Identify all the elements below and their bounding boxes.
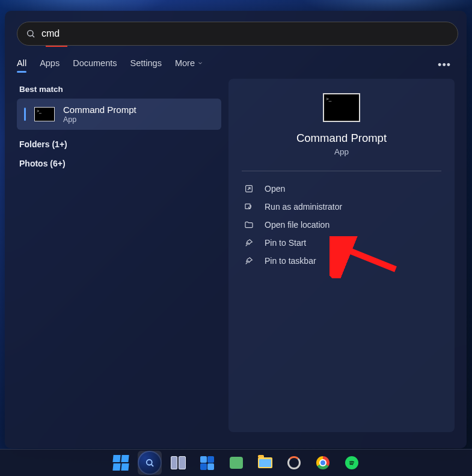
filter-tabs: All Apps Documents Settings More •••: [17, 58, 455, 73]
widgets-icon: [200, 456, 215, 470]
open-icon: [244, 184, 254, 194]
search-underline-annotation: [46, 46, 67, 47]
cmd-icon: >_: [34, 107, 55, 121]
task-view-button[interactable]: [167, 451, 191, 475]
pin-icon: [244, 256, 254, 266]
taskbar: [0, 449, 472, 476]
search-icon: [138, 451, 162, 475]
tab-documents[interactable]: Documents: [73, 58, 117, 73]
windows-logo-icon: [113, 455, 129, 471]
chrome-button[interactable]: [311, 451, 335, 475]
action-label: Open: [265, 184, 285, 194]
result-subtitle: App: [63, 115, 136, 124]
action-pin-to-taskbar[interactable]: Pin to taskbar: [242, 252, 441, 270]
result-command-prompt[interactable]: >_ Command Prompt App: [17, 99, 221, 130]
folder-icon: [258, 457, 272, 468]
action-label: Open file location: [265, 220, 329, 230]
pin-icon: [244, 238, 254, 248]
taskbar-search-button[interactable]: [138, 451, 162, 475]
spotify-button[interactable]: [340, 451, 364, 475]
action-open[interactable]: Open: [242, 180, 441, 198]
action-label: Pin to taskbar: [265, 256, 316, 266]
divider: [242, 171, 441, 171]
svg-line-4: [246, 244, 248, 246]
preview-title: Command Prompt: [242, 132, 441, 145]
spotify-icon: [345, 456, 358, 469]
best-match-heading: Best match: [19, 85, 219, 94]
search-box[interactable]: [17, 22, 458, 46]
svg-point-7: [146, 460, 152, 465]
category-photos[interactable]: Photos (6+): [19, 159, 219, 168]
taskbar-app-button[interactable]: [282, 451, 306, 475]
action-label: Pin to Start: [265, 238, 306, 248]
tab-settings[interactable]: Settings: [130, 58, 162, 73]
svg-line-8: [151, 465, 153, 466]
svg-line-5: [246, 262, 248, 264]
chrome-icon: [316, 456, 329, 469]
start-button[interactable]: [109, 451, 133, 475]
svg-point-0: [28, 31, 33, 36]
task-view-icon: [171, 456, 186, 469]
action-run-as-administrator[interactable]: Run as administrator: [242, 198, 441, 216]
results-column: Best match >_ Command Prompt App Folders…: [17, 79, 221, 432]
preview-app-icon: >_: [323, 93, 360, 122]
widgets-button[interactable]: [195, 451, 219, 475]
action-pin-to-start[interactable]: Pin to Start: [242, 234, 441, 252]
action-label: Run as administrator: [265, 202, 342, 212]
action-open-file-location[interactable]: Open file location: [242, 216, 441, 234]
tab-apps[interactable]: Apps: [40, 58, 60, 73]
search-icon: [26, 29, 35, 38]
preview-subtitle: App: [242, 147, 441, 156]
result-title: Command Prompt: [63, 105, 136, 115]
chevron-down-icon: [197, 60, 203, 66]
chat-button[interactable]: [224, 451, 248, 475]
preview-pane: >_ Command Prompt App Open Run as admini…: [228, 79, 455, 432]
tab-more-label: More: [175, 58, 195, 68]
svg-line-1: [32, 35, 34, 37]
folder-icon: [244, 220, 254, 230]
category-folders[interactable]: Folders (1+): [19, 139, 219, 149]
selection-indicator: [24, 108, 26, 121]
start-search-panel: All Apps Documents Settings More ••• Bes…: [5, 11, 467, 448]
tab-all[interactable]: All: [17, 58, 26, 73]
ring-icon: [287, 456, 301, 469]
chat-icon: [230, 457, 243, 469]
overflow-menu-button[interactable]: •••: [434, 58, 455, 73]
file-explorer-button[interactable]: [253, 451, 277, 475]
search-input[interactable]: [41, 28, 449, 39]
admin-icon: [244, 202, 254, 212]
tab-more[interactable]: More: [175, 58, 203, 73]
